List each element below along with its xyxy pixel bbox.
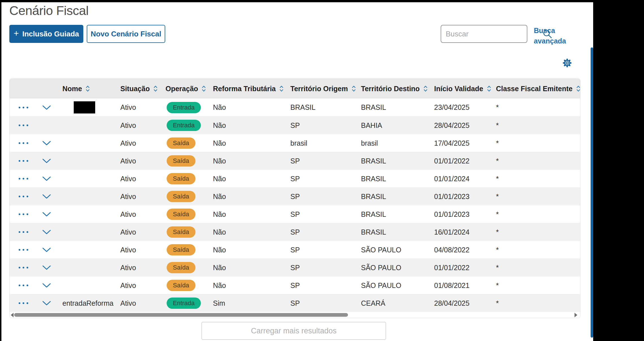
- column-header-nome[interactable]: Nome: [62, 79, 90, 99]
- sort-icon[interactable]: [576, 85, 580, 92]
- cell-classe: *: [496, 241, 499, 259]
- cell-operacao: Saída: [167, 152, 195, 170]
- scroll-right-arrow-icon[interactable]: [575, 313, 577, 317]
- row-expander-button[interactable]: [42, 277, 51, 294]
- row-expander-button[interactable]: [42, 223, 51, 241]
- table-row: Ativo Saída Não SP BRASIL 01/01/2023 *: [10, 205, 580, 223]
- cell-reforma: Não: [213, 241, 226, 259]
- table-settings-button[interactable]: [562, 58, 573, 69]
- cell-reforma: Não: [213, 188, 226, 205]
- advanced-search-link[interactable]: Busca avançada: [534, 25, 571, 46]
- new-fiscal-scenario-label: Novo Cenário Fiscal: [91, 30, 161, 38]
- ellipsis-icon: [19, 241, 28, 259]
- cell-destino: BRASIL: [361, 188, 386, 205]
- cell-classe: *: [496, 223, 499, 241]
- horizontal-scrollbar[interactable]: [10, 312, 580, 318]
- column-header-label: Situação: [120, 85, 150, 93]
- row-actions-button[interactable]: [19, 152, 28, 170]
- horizontal-scrollbar-thumb[interactable]: [14, 313, 348, 317]
- row-expander-button[interactable]: [42, 188, 51, 205]
- column-header-label: Nome: [62, 85, 82, 93]
- row-expander-button[interactable]: [42, 170, 51, 187]
- cell-reforma: Não: [213, 259, 226, 276]
- cell-inicio: 01/01/2023: [434, 188, 469, 205]
- sort-icon[interactable]: [153, 85, 158, 92]
- cell-inicio: 04/08/2022: [434, 241, 469, 259]
- row-expander-button[interactable]: [42, 259, 51, 276]
- table-row: Ativo Saída Não SP SÃO PAULO 01/01/2022 …: [10, 259, 580, 276]
- cell-destino: CEARÁ: [361, 294, 385, 312]
- cell-situacao: Ativo: [120, 188, 136, 205]
- cell-situacao: Ativo: [120, 117, 136, 134]
- column-header-classe[interactable]: Classe Fiscal Emitente: [496, 79, 580, 99]
- operation-badge: Entrada: [167, 120, 201, 131]
- load-more-label: Carregar mais resultados: [251, 327, 336, 335]
- row-actions-button[interactable]: [19, 241, 28, 259]
- cell-inicio: 01/01/2022: [434, 259, 469, 276]
- new-fiscal-scenario-button[interactable]: Novo Cenário Fiscal: [87, 25, 165, 43]
- cell-classe: *: [496, 277, 499, 294]
- row-actions-button[interactable]: [19, 117, 28, 134]
- load-more-button[interactable]: Carregar mais resultados: [201, 322, 386, 340]
- advanced-search-line2: avançada: [534, 36, 571, 46]
- row-actions-button[interactable]: [19, 294, 28, 312]
- column-header-destino[interactable]: Território Destino: [361, 79, 428, 99]
- row-actions-button[interactable]: [19, 259, 28, 276]
- chevron-down-icon: [42, 229, 51, 235]
- column-header-origem[interactable]: Território Origem: [290, 79, 356, 99]
- cell-classe: *: [496, 134, 499, 152]
- row-expander-button[interactable]: [42, 206, 51, 223]
- cell-origem: SP: [290, 294, 300, 312]
- cell-situacao: Ativo: [120, 170, 136, 187]
- advanced-search-line1: Busca: [534, 25, 571, 36]
- chevron-down-icon: [42, 212, 51, 217]
- row-expander-button[interactable]: [42, 99, 51, 116]
- search-box[interactable]: [441, 25, 527, 43]
- row-actions-button[interactable]: [19, 134, 28, 152]
- row-expander-button[interactable]: [42, 294, 51, 312]
- cell-operacao: Saída: [167, 170, 195, 187]
- scroll-left-arrow-icon[interactable]: [11, 313, 14, 317]
- column-header-operacao[interactable]: Operação: [166, 79, 206, 99]
- row-actions-button[interactable]: [19, 223, 28, 241]
- cell-situacao: Ativo: [120, 294, 136, 312]
- row-actions-button[interactable]: [19, 206, 28, 223]
- sort-icon[interactable]: [279, 85, 284, 92]
- cell-origem: SP: [290, 223, 300, 241]
- column-header-situacao[interactable]: Situação: [120, 79, 158, 99]
- sort-icon[interactable]: [201, 85, 206, 92]
- cell-destino: BRASIL: [361, 223, 386, 241]
- cell-destino: SÃO PAULO: [361, 259, 401, 276]
- cell-classe: *: [496, 152, 499, 170]
- search-input[interactable]: [441, 25, 543, 42]
- sort-icon[interactable]: [423, 85, 428, 92]
- row-actions-button[interactable]: [19, 277, 28, 294]
- table-header-row: Nome Situação Operação Reforma Tributári…: [10, 79, 580, 99]
- cell-destino: BAHIA: [361, 117, 382, 134]
- cell-classe: *: [496, 206, 499, 223]
- cell-situacao: Ativo: [120, 241, 136, 259]
- row-actions-button[interactable]: [19, 188, 28, 205]
- row-actions-button[interactable]: [19, 99, 28, 116]
- chevron-down-icon: [42, 176, 51, 181]
- chevron-down-icon: [42, 283, 51, 288]
- row-expander-button[interactable]: [42, 134, 51, 152]
- sort-icon[interactable]: [85, 85, 90, 92]
- guided-inclusion-button[interactable]: + Inclusão Guiada: [9, 25, 83, 43]
- vertical-scrollbar-thumb[interactable]: [591, 47, 593, 338]
- table-row: Ativo Saída Não SP BRASIL 16/01/2024 *: [10, 223, 580, 241]
- sort-icon[interactable]: [351, 85, 356, 92]
- operation-badge: Saída: [167, 155, 195, 167]
- ellipsis-icon: [19, 294, 28, 312]
- operation-badge: Saída: [167, 209, 195, 220]
- table-body: Ativo Entrada Não BRASIL BRASIL 23/04/20…: [10, 99, 580, 312]
- table-row: entradaReforma Ativo Entrada Sim SP CEAR…: [10, 294, 580, 312]
- row-actions-button[interactable]: [19, 170, 28, 187]
- column-header-inicio[interactable]: Início Validade: [434, 79, 491, 99]
- cell-classe: *: [496, 99, 499, 116]
- sort-icon[interactable]: [487, 85, 491, 92]
- row-expander-button[interactable]: [42, 241, 51, 259]
- cell-reforma: Não: [213, 134, 226, 152]
- column-header-reforma[interactable]: Reforma Tributária: [213, 79, 284, 99]
- row-expander-button[interactable]: [42, 152, 51, 170]
